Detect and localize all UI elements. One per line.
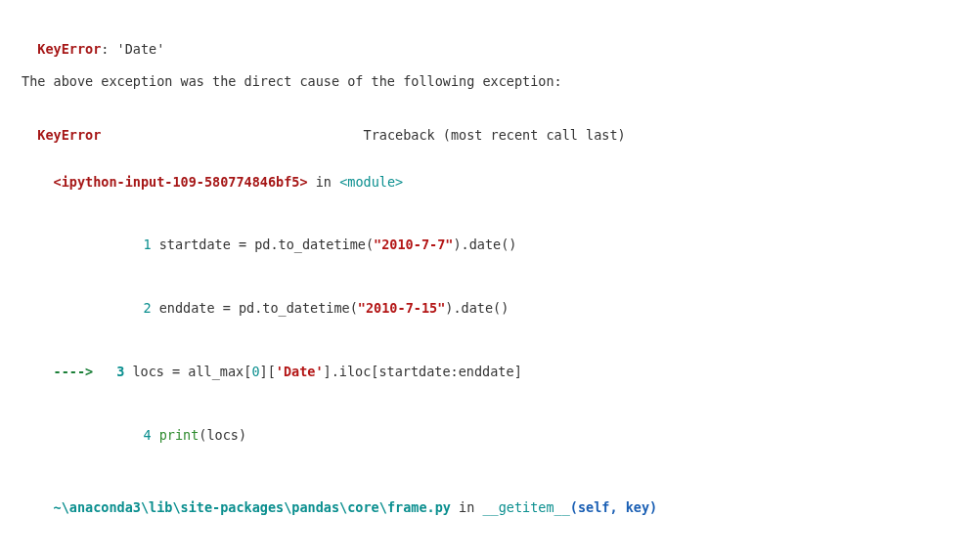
func-sig: (self, key) xyxy=(570,499,657,515)
frame-framepy: ~\anaconda3\lib\site-packages\pandas\cor… xyxy=(22,477,952,560)
error-class: KeyError xyxy=(37,127,101,143)
code-line: 2900 if self.columns.nlevels > 1: xyxy=(22,540,952,560)
cell-id: <ipython-input-109-580774846bf5> xyxy=(54,174,308,190)
frame-location: <ipython-input-109-580774846bf5> in <mod… xyxy=(22,151,952,214)
code-line-current: ----> 3 locs = all_max[0]['Date'].iloc[s… xyxy=(22,340,952,404)
top-error-line: KeyError: 'Date' xyxy=(22,18,952,60)
arrow-icon: ----> xyxy=(54,364,102,379)
traceback-header: KeyError Traceback (most recent call las… xyxy=(22,105,952,147)
error-sep: : xyxy=(101,41,116,57)
frame-ipython: <ipython-input-109-580774846bf5> in <mod… xyxy=(22,151,952,467)
module-tag: <module> xyxy=(339,174,403,190)
code-line: 1 startdate = pd.to_datetime("2010-7-7")… xyxy=(22,214,952,278)
chained-exception-note: The above exception was the direct cause… xyxy=(22,71,952,93)
frame-location: ~\anaconda3\lib\site-packages\pandas\cor… xyxy=(22,477,952,540)
traceback-label: Traceback (most recent call last) xyxy=(364,127,626,143)
file-path: ~\anaconda3\lib\site-packages\pandas\cor… xyxy=(54,499,451,515)
code-line: 4 print(locs) xyxy=(22,404,952,467)
error-name: KeyError xyxy=(37,41,101,57)
error-msg: 'Date' xyxy=(117,41,165,57)
func-name: __getitem__ xyxy=(482,499,569,515)
code-line: 2 enddate = pd.to_datetime("2010-7-15").… xyxy=(22,278,952,341)
